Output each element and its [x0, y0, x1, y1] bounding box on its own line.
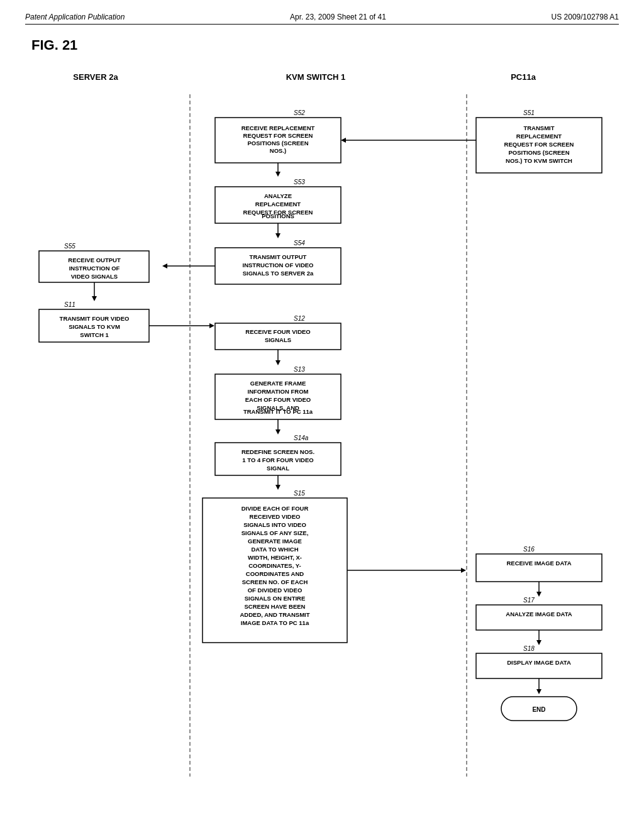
svg-marker-31: [92, 296, 97, 301]
svg-text:VIDEO SIGNALS: VIDEO SIGNALS: [71, 273, 118, 280]
svg-text:WIDTH, HEIGHT, X-: WIDTH, HEIGHT, X-: [248, 554, 302, 561]
col-pc: PC11a: [460, 72, 586, 82]
svg-text:REPLACEMENT: REPLACEMENT: [516, 133, 562, 140]
svg-rect-55: [215, 443, 341, 475]
svg-text:SIGNALS, AND: SIGNALS, AND: [257, 404, 299, 411]
svg-marker-79: [461, 568, 466, 573]
svg-text:SIGNAL: SIGNAL: [267, 465, 289, 472]
col-server: SERVER 2a: [26, 72, 165, 82]
svg-marker-98: [536, 640, 541, 645]
svg-text:INSTRUCTION OF: INSTRUCTION OF: [69, 265, 120, 272]
svg-text:RECEIVE IMAGE DATA: RECEIVE IMAGE DATA: [506, 560, 571, 567]
svg-text:ANALYZE: ANALYZE: [264, 192, 292, 199]
svg-text:SCREEN NO. OF EACH: SCREEN NO. OF EACH: [242, 578, 308, 585]
svg-rect-95: [476, 605, 602, 630]
col-kvm: KVM SWITCH 1: [196, 72, 435, 82]
header-left: Patent Application Publication: [25, 13, 125, 21]
svg-rect-81: [476, 118, 602, 173]
svg-text:POSITIONS (SCREEN: POSITIONS (SCREEN: [247, 140, 308, 147]
svg-text:TRANSMIT IT TO PC 11a: TRANSMIT IT TO PC 11a: [243, 408, 313, 415]
svg-rect-26: [39, 251, 149, 282]
svg-marker-9: [275, 172, 280, 177]
svg-text:NOS.) TO KVM SWITCH: NOS.) TO KVM SWITCH: [506, 157, 572, 164]
page: Patent Application Publication Apr. 23, …: [0, 0, 644, 830]
svg-text:S18: S18: [523, 645, 535, 652]
svg-text:DATA TO WHICH: DATA TO WHICH: [251, 546, 298, 553]
svg-text:SIGNALS ON ENTIRE: SIGNALS ON ENTIRE: [245, 595, 306, 602]
svg-text:S13: S13: [294, 366, 305, 373]
svg-text:RECEIVE FOUR VIDEO: RECEIVE FOUR VIDEO: [245, 328, 310, 335]
header-center: Apr. 23, 2009 Sheet 21 of 41: [290, 13, 386, 21]
svg-marker-17: [275, 233, 280, 238]
svg-text:SIGNALS: SIGNALS: [265, 336, 291, 343]
svg-marker-53: [275, 429, 280, 434]
svg-text:SIGNALS OF ANY SIZE,: SIGNALS OF ANY SIZE,: [242, 529, 309, 536]
svg-rect-11: [215, 187, 341, 223]
svg-text:REQUEST FOR SCREEN: REQUEST FOR SCREEN: [243, 209, 313, 216]
svg-rect-104: [501, 697, 577, 721]
svg-text:SIGNALS INTO VIDEO: SIGNALS INTO VIDEO: [243, 521, 306, 528]
svg-marker-38: [209, 323, 214, 328]
svg-text:REQUEST FOR SCREEN: REQUEST FOR SCREEN: [243, 132, 313, 139]
svg-marker-93: [536, 592, 541, 597]
svg-rect-46: [215, 374, 341, 419]
svg-rect-62: [203, 498, 347, 643]
svg-text:RECEIVE REPLACEMENT: RECEIVE REPLACEMENT: [242, 124, 315, 131]
svg-text:S53: S53: [294, 179, 305, 185]
svg-text:S14a: S14a: [294, 434, 309, 441]
diagram-svg: S52 RECEIVE REPLACEMENT REQUEST FOR SCRE…: [26, 72, 618, 802]
svg-rect-90: [476, 554, 602, 582]
svg-text:TRANSMIT FOUR VIDEO: TRANSMIT FOUR VIDEO: [60, 315, 130, 322]
svg-text:S51: S51: [523, 109, 535, 116]
svg-text:S54: S54: [294, 240, 305, 246]
svg-text:REPLACEMENT: REPLACEMENT: [255, 201, 301, 208]
svg-text:COORDINATES AND: COORDINATES AND: [246, 570, 304, 577]
svg-marker-88: [341, 138, 346, 143]
svg-rect-33: [39, 309, 149, 342]
svg-text:S52: S52: [294, 109, 305, 116]
svg-text:ANALYZE IMAGE DATA: ANALYZE IMAGE DATA: [506, 611, 572, 617]
svg-text:RECEIVED VIDEO: RECEIVED VIDEO: [250, 513, 301, 520]
svg-text:S11: S11: [64, 301, 75, 308]
svg-text:S12: S12: [294, 315, 305, 322]
diagram: SERVER 2a KVM SWITCH 1 PC11a S52 RECEIVE…: [26, 72, 618, 802]
svg-rect-40: [215, 323, 341, 350]
page-header: Patent Application Publication Apr. 23, …: [25, 13, 619, 25]
svg-marker-44: [275, 360, 280, 365]
svg-text:DIVIDE EACH OF FOUR: DIVIDE EACH OF FOUR: [242, 505, 309, 512]
header-right: US 2009/102798 A1: [552, 13, 619, 21]
svg-text:POSITIONS (SCREEN: POSITIONS (SCREEN: [508, 149, 569, 156]
svg-text:SIGNALS TO SERVER 2a: SIGNALS TO SERVER 2a: [243, 270, 314, 277]
svg-text:COORDINATES, Y-: COORDINATES, Y-: [248, 562, 301, 569]
svg-text:GENERATE IMAGE: GENERATE IMAGE: [248, 538, 302, 545]
svg-text:EACH OF FOUR VIDEO: EACH OF FOUR VIDEO: [245, 396, 311, 403]
svg-marker-103: [536, 689, 541, 694]
svg-text:S17: S17: [523, 597, 535, 604]
svg-text:OF DIVIDED VIDEO: OF DIVIDED VIDEO: [248, 587, 303, 594]
svg-text:S15: S15: [294, 490, 305, 497]
svg-text:INSTRUCTION OF VIDEO: INSTRUCTION OF VIDEO: [243, 262, 314, 268]
svg-rect-19: [215, 248, 341, 284]
svg-text:TRANSMIT: TRANSMIT: [523, 124, 554, 131]
svg-text:DISPLAY IMAGE DATA: DISPLAY IMAGE DATA: [507, 659, 571, 666]
svg-text:TRANSMIT OUTPUT: TRANSMIT OUTPUT: [250, 253, 307, 260]
svg-text:NOS.): NOS.): [270, 147, 286, 154]
svg-text:SCREEN HAVE BEEN: SCREEN HAVE BEEN: [245, 603, 306, 610]
svg-text:REDEFINE SCREEN NOS.: REDEFINE SCREEN NOS.: [242, 448, 314, 455]
svg-rect-3: [215, 118, 341, 163]
svg-marker-60: [275, 485, 280, 490]
svg-text:1 TO 4 FOR FOUR VIDEO: 1 TO 4 FOR FOUR VIDEO: [242, 456, 313, 463]
fig-title: FIG. 21: [31, 37, 619, 53]
svg-text:GENERATE FRAME: GENERATE FRAME: [250, 380, 306, 387]
svg-text:REQUEST FOR SCREEN: REQUEST FOR SCREEN: [504, 141, 574, 148]
svg-text:S55: S55: [64, 243, 75, 250]
svg-text:INFORMATION FROM: INFORMATION FROM: [248, 388, 309, 395]
svg-rect-100: [476, 653, 602, 678]
svg-text:POSITIONS: POSITIONS: [262, 213, 294, 219]
svg-text:RECEIVE OUTPUT: RECEIVE OUTPUT: [68, 257, 121, 263]
svg-text:SIGNALS TO KVM: SIGNALS TO KVM: [69, 323, 120, 330]
svg-text:S16: S16: [523, 546, 535, 553]
svg-marker-24: [162, 263, 167, 268]
svg-text:ADDED, AND TRANSMIT: ADDED, AND TRANSMIT: [240, 611, 309, 618]
svg-text:END: END: [532, 706, 545, 713]
